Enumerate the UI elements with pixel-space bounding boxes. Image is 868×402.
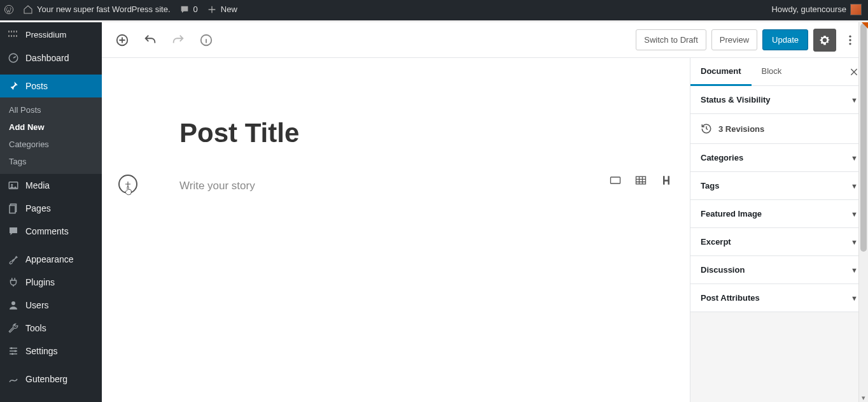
suggestion-image-button[interactable]	[608, 173, 622, 187]
settings-toggle-button[interactable]	[813, 29, 836, 52]
suggestion-table-button[interactable]	[634, 173, 648, 187]
posts-submenu: All Posts Add New Categories Tags	[0, 97, 102, 174]
host-label: Pressidium	[25, 30, 66, 39]
sidebar-item-settings[interactable]: Settings	[0, 340, 102, 363]
brush-icon	[8, 254, 19, 265]
gear-icon	[818, 34, 831, 47]
panel-featured-image[interactable]: Featured Image▼	[690, 200, 868, 228]
media-icon	[8, 180, 19, 191]
undo-button[interactable]	[139, 29, 162, 52]
corner-indicator	[862, 22, 868, 29]
submenu-categories[interactable]: Categories	[0, 136, 102, 153]
sidebar-item-media[interactable]: Media	[0, 174, 102, 197]
chevron-down-icon: ▼	[851, 294, 858, 302]
sliders-icon	[8, 345, 19, 357]
plus-icon	[207, 4, 217, 15]
sidebar-item-users[interactable]: Users	[0, 294, 102, 317]
svg-point-8	[15, 350, 17, 352]
image-block-icon	[609, 174, 622, 187]
svg-point-13	[849, 39, 851, 41]
suggestion-heading-button[interactable]	[659, 173, 673, 187]
sidebar-item-pages[interactable]: Pages	[0, 197, 102, 220]
sidebar-item-gutenberg[interactable]: Gutenberg	[0, 368, 102, 391]
comments-icon	[8, 226, 19, 237]
panel-revisions[interactable]: 3 Revisions	[690, 114, 868, 144]
sidebar-item-host[interactable]: Pressidium	[0, 22, 102, 47]
panel-excerpt[interactable]: Excerpt▼	[690, 228, 868, 256]
panel-categories[interactable]: Categories▼	[690, 144, 868, 172]
inline-add-block-button[interactable]	[118, 175, 137, 194]
panel-status-visibility[interactable]: Status & Visibility▼	[690, 86, 868, 114]
switch-to-draft-button[interactable]: Switch to Draft	[636, 29, 706, 50]
plus-icon	[123, 180, 132, 189]
chevron-down-icon: ▼	[851, 154, 858, 162]
howdy-text: Howdy, gutencourse	[771, 4, 846, 14]
submenu-tags[interactable]: Tags	[0, 153, 102, 170]
plug-icon	[8, 276, 19, 288]
chevron-down-icon: ▼	[851, 210, 858, 218]
sidebar-item-comments[interactable]: Comments	[0, 220, 102, 243]
host-icon	[8, 29, 19, 40]
scrollbar-thumb[interactable]	[860, 24, 867, 252]
redo-icon	[171, 33, 185, 47]
update-button[interactable]: Update	[762, 29, 808, 50]
panel-post-attributes[interactable]: Post Attributes▼	[690, 284, 868, 312]
home-icon	[23, 4, 33, 15]
wp-logo[interactable]	[4, 4, 14, 15]
sidebar-item-appearance[interactable]: Appearance	[0, 248, 102, 271]
pages-icon	[8, 203, 19, 214]
new-label: New	[221, 4, 237, 14]
sidebar-item-posts[interactable]: Posts	[0, 75, 102, 97]
chevron-down-icon: ▼	[851, 182, 858, 190]
sidebar-item-tools[interactable]: Tools	[0, 317, 102, 340]
site-name: Your new super fast WordPress site.	[37, 4, 171, 14]
svg-point-12	[849, 35, 851, 37]
chevron-down-icon: ▼	[851, 238, 858, 246]
inspector-tabs: Document Block	[690, 58, 868, 86]
svg-point-3	[11, 184, 13, 186]
site-link[interactable]: Your new super fast WordPress site.	[23, 4, 171, 15]
admin-bar: Your new super fast WordPress site. 0 Ne…	[0, 0, 868, 20]
history-icon	[701, 123, 712, 134]
block-row: Write your story	[179, 173, 612, 199]
svg-point-7	[11, 347, 13, 349]
scrollbar-down-arrow[interactable]: ▾	[859, 393, 868, 402]
tab-block[interactable]: Block	[752, 58, 792, 85]
paragraph-placeholder[interactable]: Write your story	[179, 180, 612, 192]
panel-tags[interactable]: Tags▼	[690, 172, 868, 200]
post-title[interactable]: Post Title	[179, 118, 612, 148]
undo-icon	[143, 33, 157, 47]
comments-count: 0	[193, 4, 198, 14]
close-icon	[849, 67, 859, 77]
inspector-panel: Document Block Status & Visibility▼ 3 Re…	[690, 58, 868, 402]
new-link[interactable]: New	[207, 4, 237, 15]
comment-icon	[179, 4, 190, 15]
preview-button[interactable]: Preview	[711, 29, 757, 50]
sidebar-item-dashboard[interactable]: Dashboard	[0, 47, 102, 69]
add-block-button[interactable]	[111, 29, 134, 52]
submenu-all-posts[interactable]: All Posts	[0, 101, 102, 118]
editor-toolbar: Switch to Draft Preview Update	[102, 22, 868, 58]
dashboard-icon	[8, 52, 19, 64]
wordpress-icon	[4, 4, 14, 15]
plus-circle-icon	[115, 33, 129, 47]
content-info-button[interactable]	[195, 29, 218, 52]
howdy-link[interactable]: Howdy, gutencourse	[771, 4, 862, 15]
svg-rect-15	[611, 177, 620, 183]
chevron-down-icon: ▼	[851, 96, 858, 104]
submenu-add-new[interactable]: Add New	[0, 118, 102, 136]
svg-point-14	[849, 43, 851, 45]
panel-discussion[interactable]: Discussion▼	[690, 256, 868, 284]
more-menu-button[interactable]	[841, 34, 859, 47]
comments-link[interactable]: 0	[179, 4, 198, 15]
page-scrollbar[interactable]: ▾	[858, 22, 868, 402]
editor-canvas[interactable]: Post Title Write your story	[102, 58, 690, 402]
info-icon	[199, 33, 213, 47]
svg-rect-5	[10, 206, 15, 213]
table-block-icon	[634, 174, 647, 187]
redo-button[interactable]	[167, 29, 190, 52]
avatar	[850, 4, 862, 15]
sidebar-item-plugins[interactable]: Plugins	[0, 271, 102, 294]
tab-document[interactable]: Document	[690, 58, 752, 86]
chevron-down-icon: ▼	[851, 266, 858, 274]
